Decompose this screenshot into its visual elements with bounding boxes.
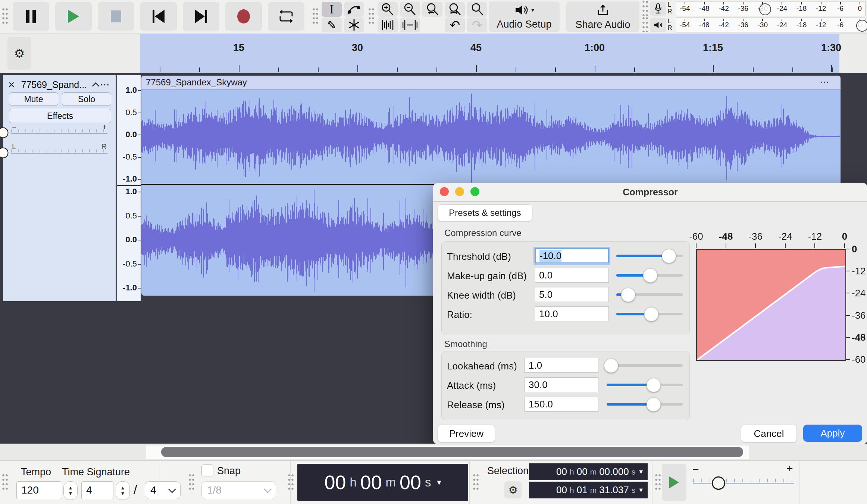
record-volume-thumb[interactable]: [759, 3, 771, 15]
stop-button[interactable]: [98, 2, 134, 31]
attack-input[interactable]: [525, 377, 598, 392]
play-button[interactable]: [55, 2, 92, 31]
undo-button[interactable]: ↶: [445, 18, 465, 32]
playback-speed-slider[interactable]: [693, 476, 794, 491]
audio-setup-button[interactable]: ▾ Audio Setup: [489, 1, 560, 32]
timesig-step-down[interactable]: ▼: [120, 491, 125, 496]
threshold-slider[interactable]: [616, 248, 683, 263]
track-menu-kebab[interactable]: ⋯: [100, 79, 110, 91]
selection-tool-button[interactable]: I: [322, 2, 342, 17]
solo-button[interactable]: Solo: [62, 92, 111, 106]
playback-volume-thumb[interactable]: [856, 20, 867, 32]
pause-button[interactable]: [13, 2, 49, 31]
lookahead-slider[interactable]: [607, 358, 683, 373]
vertical-scale-ruler[interactable]: 1.00.50.0-0.5-1.0 1.00.50.0-0.5-1.0: [116, 75, 141, 301]
threshold-slider-thumb[interactable]: [662, 249, 676, 263]
play-meter-grip[interactable]: [642, 17, 648, 32]
presets-settings-button[interactable]: Presets & settings: [438, 204, 532, 221]
snap-checkbox[interactable]: [201, 464, 213, 476]
share-audio-button[interactable]: Share Audio: [566, 1, 639, 32]
timesig-stepper[interactable]: ▲▼: [116, 481, 130, 500]
snap-interval-dropdown[interactable]: 1/8: [201, 481, 276, 499]
sel-end-caret[interactable]: ▼: [638, 487, 644, 494]
record-meter-grip[interactable]: [642, 1, 648, 16]
lookahead-input[interactable]: [525, 358, 598, 373]
tempo-input[interactable]: [16, 481, 61, 499]
attack-slider-thumb[interactable]: [647, 378, 661, 392]
attack-slider[interactable]: [607, 377, 683, 392]
lookahead-slider-thumb[interactable]: [604, 359, 618, 373]
pan-slider[interactable]: L R: [3, 145, 116, 161]
cancel-button[interactable]: Cancel: [741, 425, 797, 442]
play-at-speed-button[interactable]: [662, 464, 686, 501]
tempo-step-down[interactable]: ▼: [68, 491, 73, 496]
release-input[interactable]: [525, 397, 598, 412]
play-meter-speaker-button[interactable]: [650, 18, 666, 32]
timeline-ruler[interactable]: ⚙ 1530451:001:151:30: [0, 34, 867, 73]
preview-button[interactable]: Preview: [438, 425, 495, 442]
selection-toolbar-grip[interactable]: [473, 474, 479, 491]
time-toolbar-grip[interactable]: [2, 474, 8, 491]
time-format-caret[interactable]: ▾: [437, 478, 441, 487]
selection-options-button[interactable]: ⚙: [504, 481, 522, 498]
release-slider[interactable]: [607, 397, 683, 412]
draw-tool-button[interactable]: ✎: [322, 18, 342, 32]
zoom-toggle-button[interactable]: [467, 2, 487, 17]
horizontal-scrollbar[interactable]: [0, 444, 867, 460]
waveform-channel-1[interactable]: [141, 89, 840, 183]
snap-toolbar-grip[interactable]: [189, 474, 195, 491]
record-meter-mic-button[interactable]: [650, 1, 666, 16]
trim-audio-button[interactable]: [378, 18, 398, 32]
zoom-out-button[interactable]: [400, 2, 420, 17]
redo-button[interactable]: ↷: [467, 18, 487, 32]
threshold-input[interactable]: -10.0: [535, 248, 609, 263]
timeline-options-button[interactable]: ⚙: [7, 37, 31, 70]
pan-slider-thumb[interactable]: [0, 148, 9, 158]
mute-button[interactable]: Mute: [9, 92, 58, 106]
clip-header[interactable]: 77569_Spandex_Skyway ⋯: [141, 76, 841, 89]
edit-toolbar-grip[interactable]: [369, 8, 375, 25]
selection-start-field[interactable]: 00h 00m 00.000s ▼: [529, 463, 648, 480]
timesig-lower-dropdown[interactable]: 4: [145, 481, 181, 499]
timedisplay-grip[interactable]: [288, 474, 294, 491]
skip-to-end-button[interactable]: [183, 2, 219, 31]
playback-meter[interactable]: -54-48-42-36-30-24-18-12-60: [676, 18, 866, 32]
fit-project-button[interactable]: [445, 2, 465, 17]
selection-end-field[interactable]: 00h 01m 31.037s ▼: [529, 482, 648, 498]
makeup-slider[interactable]: [616, 268, 683, 283]
tools-toolbar-grip[interactable]: [313, 8, 319, 25]
tempo-stepper[interactable]: ▲▼: [63, 481, 78, 500]
speed-slider-thumb[interactable]: [712, 476, 725, 490]
scrollbar-thumb[interactable]: [161, 447, 743, 457]
zoom-selection-button[interactable]: [422, 2, 442, 17]
time-ruler[interactable]: 1530451:001:151:30: [31, 34, 867, 73]
ratio-slider-thumb[interactable]: [644, 307, 658, 321]
collapse-track-chevron[interactable]: [91, 82, 100, 88]
release-slider-thumb[interactable]: [647, 397, 661, 412]
apply-button[interactable]: Apply: [803, 425, 862, 442]
makeup-slider-thumb[interactable]: [643, 268, 657, 283]
dialog-titlebar[interactable]: Compressor: [433, 183, 867, 202]
silence-audio-button[interactable]: [400, 18, 420, 32]
timesig-upper-input[interactable]: [81, 481, 113, 499]
knee-input[interactable]: [535, 287, 609, 302]
sel-start-caret[interactable]: ▼: [638, 469, 644, 475]
gain-slider[interactable]: − +: [3, 125, 116, 141]
timesig-step-up[interactable]: ▲: [120, 485, 125, 491]
zoom-in-button[interactable]: [378, 2, 398, 17]
gain-slider-thumb[interactable]: [0, 127, 9, 138]
track-name[interactable]: 77569_Spand...: [21, 79, 87, 90]
toolbar-grip[interactable]: [2, 8, 8, 25]
audio-position-display[interactable]: 00h 00m 00s ▾: [297, 464, 468, 501]
effects-button[interactable]: Effects: [9, 109, 111, 123]
envelope-tool-button[interactable]: [344, 2, 364, 17]
tempo-step-up[interactable]: ▲: [68, 485, 73, 491]
multi-tool-button[interactable]: [344, 18, 364, 32]
record-meter[interactable]: -54-48-42-36-30-24-18-12-60: [676, 1, 866, 16]
knee-slider[interactable]: [616, 287, 683, 302]
close-track-button[interactable]: ×: [8, 78, 18, 91]
clip-menu-kebab[interactable]: ⋯: [820, 76, 830, 88]
ratio-input[interactable]: [535, 306, 609, 321]
ratio-slider[interactable]: [616, 306, 683, 321]
playspeed-grip[interactable]: [655, 474, 661, 491]
